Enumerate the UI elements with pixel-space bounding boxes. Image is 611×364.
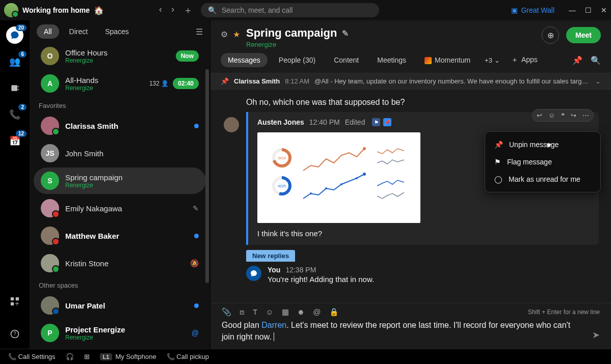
rail-calendar-icon[interactable]: 📅 12 [6,132,23,150]
list-item[interactable]: JS John Smith [34,140,206,166]
mute-icon: 🔕 [190,259,199,267]
svg-text:5410: 5410 [278,156,286,160]
list-item[interactable]: Matthew Baker [34,222,206,249]
momentum-icon [424,57,432,64]
presence-emoji-icon: 🏠 [94,6,104,15]
list-item[interactable]: Clarissa Smith [34,113,206,139]
pinned-message-bar[interactable]: 📌 Clarissa Smith 8:12 AM @All - Hey team… [210,73,611,90]
rail-teams-icon[interactable]: 👥 6 [6,53,23,70]
more-icon[interactable]: ⋯ [582,111,589,119]
pin-list-icon[interactable]: 📌 [572,55,582,65]
embedded-app-button[interactable]: ⊕ [542,26,559,44]
composer-input[interactable]: Good plan Darren. Let's meet to review t… [222,320,585,343]
softphone-button[interactable]: L1My Softphone [100,353,156,360]
composer: 📎 ⧈ T ☺ ▦ ☻ @ 🔒 Shift + Enter for a new … [210,303,611,349]
message-attachment-image[interactable]: 5410 4225 [257,132,420,223]
list-item[interactable]: Emily Nakagawa ✎ [34,195,206,221]
list-item[interactable]: S Spring campaignRenergize [34,167,206,194]
window-minimize-icon[interactable]: — [569,6,576,14]
tab-spaces[interactable]: Spaces [98,24,136,39]
new-replies-badge[interactable]: New replies [246,250,295,262]
mention-icon[interactable]: @ [313,307,321,317]
presence-status[interactable]: Working from home [22,6,90,14]
format-icon[interactable]: T [253,307,257,317]
search-in-space-icon[interactable]: 🔍 [591,55,601,65]
rail-contacts-icon[interactable] [6,79,23,97]
nav-new-icon[interactable]: ＋ [183,4,193,16]
reply-icon[interactable]: ↩ [537,111,542,119]
list-item[interactable]: A All-HandsRenergize 132 👤02:40 [34,70,206,97]
tab-messages[interactable]: Messages [221,53,268,67]
composer-hint: Shift + Enter for a new line [528,309,600,316]
menu-mark-unread[interactable]: ◯Mark as unread for me [485,171,600,188]
call-settings-button[interactable]: 📞 Call Settings [8,353,56,360]
device-indicator[interactable]: ▣ Great Wall [511,6,554,14]
gif-icon[interactable]: ▦ [282,307,289,317]
search-input[interactable]: 🔍 Search, meet, and call [201,3,379,17]
edit-icon[interactable]: ✎ [342,29,349,38]
menu-unpin[interactable]: 📌Unpin message [485,136,600,153]
tabs-overflow[interactable]: +3 ⌄ [485,57,500,64]
bitmoji-icon[interactable]: ☻ [297,307,305,317]
person-avatar [41,296,59,315]
svg-rect-1 [18,86,19,88]
audio-icon[interactable]: 🎧 [66,353,74,360]
rail-badge: 20 [16,24,26,31]
list-item[interactable]: O Office HoursRenergize Now [34,43,206,69]
nav-forward-icon[interactable]: › [171,4,174,16]
list-item[interactable]: Umar Patel [34,292,206,319]
mention-chip[interactable]: Darren [261,321,286,329]
author-avatar[interactable] [224,117,239,132]
author-avatar[interactable] [246,266,261,281]
meet-button[interactable]: Meet [566,27,601,43]
emoji-icon[interactable]: ☺ [265,307,273,317]
window-close-icon[interactable]: ✕ [601,6,607,14]
tab-direct[interactable]: Direct [62,24,95,39]
space-avatar: A [41,74,59,93]
svg-text:4225: 4225 [278,184,286,188]
quote-icon[interactable]: ❝ [561,111,565,119]
lock-icon[interactable]: 🔒 [329,307,339,317]
space-settings-icon[interactable]: ⚙ [221,30,228,39]
rail-apps-icon[interactable] [6,293,23,310]
window-maximize-icon[interactable]: ☐ [585,6,592,14]
rail-messaging-icon[interactable]: 20 [6,26,23,44]
scrollbar[interactable] [205,69,209,283]
favorite-star-icon[interactable]: ★ [233,30,240,39]
svg-rect-0 [11,85,17,91]
message: ↩ ☺ ❝ ↪ ⋯ 📌Unpin message ⚑Flag message ◯… [246,112,599,245]
rail-calls-icon[interactable]: 📞 2 [6,106,23,123]
svg-point-17 [325,187,327,189]
filter-icon[interactable]: ☰ [196,27,203,37]
svg-point-15 [363,173,366,176]
dialpad-icon[interactable]: ⊞ [84,353,90,360]
unread-dot-icon [194,124,199,128]
nav-rail: 20 👥 6 📞 2 📅 12 ? [0,20,30,349]
svg-rect-2 [18,89,19,91]
rail-help-icon[interactable]: ? [6,325,23,343]
tab-momentum[interactable]: Momentum [417,53,477,67]
menu-flag[interactable]: ⚑Flag message [485,153,600,171]
list-item[interactable]: P Project EnergizeRenergize @ [34,320,206,346]
message-list: Oh no, which one was that supposed to be… [210,90,611,303]
chevron-down-icon[interactable]: ⌄ [595,77,601,85]
unread-icon: ◯ [494,175,502,183]
tab-meetings[interactable]: Meetings [370,53,413,67]
tab-apps[interactable]: ＋Apps [504,52,545,68]
tab-people[interactable]: People (30) [272,53,323,67]
tab-all[interactable]: All [37,24,59,39]
tab-content[interactable]: Content [327,53,366,67]
message-flag-icon: ⚑ [372,118,380,126]
forward-icon[interactable]: ↪ [571,111,576,119]
screenshot-icon[interactable]: ⧈ [240,307,245,317]
list-item[interactable]: Kristin Stone 🔕 [34,250,206,276]
react-icon[interactable]: ☺ [548,111,555,119]
attach-icon[interactable]: 📎 [222,307,231,317]
send-icon[interactable]: ➤ [592,329,600,343]
nav-back-icon[interactable]: ‹ [159,4,162,16]
space-avatar: S [41,172,59,190]
message-actions: ↩ ☺ ❝ ↪ ⋯ [532,109,594,122]
self-avatar[interactable] [4,3,18,17]
call-pickup-button[interactable]: 📞 Call pickup [167,353,209,360]
message-pin-icon: 📌 [383,118,391,126]
